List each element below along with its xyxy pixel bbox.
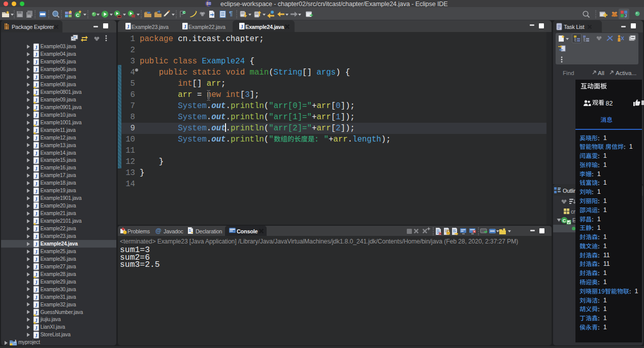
svg-text:C: C [563, 218, 566, 223]
svg-text:J: J [241, 24, 243, 29]
svg-text:J: J [35, 75, 37, 80]
svg-text:J: J [35, 196, 37, 201]
svg-text:C: C [183, 11, 185, 14]
svg-text:J: J [35, 113, 37, 118]
svg-text:J: J [35, 294, 37, 300]
svg-text:J: J [35, 82, 37, 88]
svg-text:J: J [35, 287, 37, 292]
svg-text:J: J [35, 226, 37, 232]
svg-text:J: J [127, 24, 130, 29]
svg-text:J: J [35, 67, 37, 73]
svg-text:J: J [35, 317, 37, 323]
svg-text:J: J [35, 219, 37, 224]
svg-text:J: J [35, 325, 37, 330]
svg-text:C: C [76, 12, 80, 18]
svg-text:J: J [35, 97, 37, 103]
svg-text:J: J [624, 13, 627, 18]
svg-text:J: J [35, 158, 37, 163]
svg-text:J: J [35, 44, 37, 50]
svg-text:J: J [35, 257, 37, 262]
svg-text:J: J [35, 165, 37, 171]
svg-text:J: J [35, 302, 37, 307]
svg-text:J: J [35, 120, 37, 126]
svg-text:J: J [35, 173, 37, 179]
svg-text:J: J [184, 24, 186, 29]
svg-text:J: J [35, 52, 37, 57]
svg-text:J: J [35, 59, 37, 65]
svg-text:J: J [35, 203, 37, 209]
svg-text:J: J [35, 272, 37, 277]
svg-text:J: J [35, 143, 37, 148]
svg-text:J: J [35, 332, 37, 338]
svg-text:J: J [35, 264, 37, 270]
svg-text:J: J [35, 135, 37, 141]
svg-text:J: J [35, 309, 37, 315]
svg-text:J: J [35, 181, 37, 186]
svg-text:J: J [35, 188, 37, 194]
svg-text:J: J [35, 127, 37, 133]
svg-text:J: J [35, 105, 37, 111]
svg-text:J: J [35, 279, 37, 285]
svg-text:J: J [35, 90, 37, 95]
svg-text:J: J [35, 241, 37, 247]
svg-text:J: J [35, 211, 37, 217]
svg-text:J: J [14, 339, 16, 343]
svg-text:J: J [35, 150, 37, 156]
svg-text:J: J [35, 249, 37, 255]
svg-text:J: J [35, 234, 37, 239]
